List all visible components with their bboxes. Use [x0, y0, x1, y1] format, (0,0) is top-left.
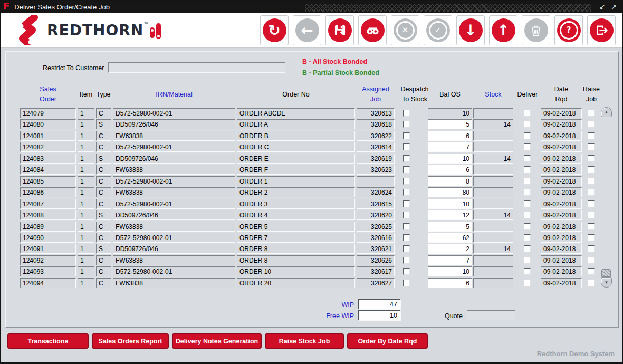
raise-job-checkbox[interactable]: [588, 257, 595, 264]
cell-bal-os[interactable]: 5: [428, 119, 472, 129]
scroll-up-button[interactable]: ▲: [601, 107, 612, 117]
cell-type: S: [96, 210, 111, 220]
cell-stock: [473, 131, 513, 141]
despatch-to-stock-checkbox[interactable]: [403, 280, 410, 286]
transactions-button[interactable]: Transactions: [7, 333, 89, 349]
deliver-checkbox[interactable]: [524, 155, 531, 162]
cell-item: 1: [78, 210, 94, 220]
despatch-to-stock-checkbox[interactable]: [403, 257, 410, 264]
raise-job-checkbox[interactable]: [588, 143, 595, 150]
cell-bal-os[interactable]: 62: [428, 233, 472, 243]
cell-bal-os[interactable]: 8: [428, 176, 472, 186]
legend-partial-bonded: B - Partial Stock Bonded: [302, 69, 379, 76]
deliver-checkbox[interactable]: [524, 121, 531, 128]
raise-job-checkbox[interactable]: [588, 110, 595, 117]
deliver-checkbox[interactable]: [524, 280, 531, 286]
deliver-checkbox[interactable]: [524, 212, 531, 218]
despatch-to-stock-checkbox[interactable]: [403, 121, 410, 128]
sales-orders-report-button[interactable]: Sales Orders Report: [92, 333, 169, 349]
toolbar-buttons: ↻←✕✓↓↑?: [260, 15, 616, 45]
despatch-to-stock-checkbox[interactable]: [403, 234, 410, 241]
cell-assigned-job: 320613: [357, 108, 395, 118]
cell-bal-os[interactable]: 80: [428, 187, 472, 197]
restore-down-icon[interactable]: ↙: [599, 3, 606, 11]
header-irn[interactable]: IRN/Material: [113, 83, 235, 106]
cell-bal-os[interactable]: 6: [428, 131, 472, 141]
despatch-to-stock-checkbox[interactable]: [403, 155, 410, 162]
cell-bal-os[interactable]: 12: [428, 210, 472, 220]
raise-job-checkbox[interactable]: [588, 280, 595, 286]
cell-date-rqd: 09-02-2018: [541, 187, 582, 197]
cell-bal-os[interactable]: 7: [428, 142, 472, 152]
despatch-to-stock-checkbox[interactable]: [403, 143, 410, 150]
raise-job-checkbox[interactable]: [588, 212, 595, 218]
deliver-checkbox[interactable]: [524, 189, 531, 196]
raise-job-checkbox[interactable]: [588, 234, 595, 241]
despatch-to-stock-checkbox[interactable]: [403, 132, 410, 139]
raise-job-checkbox[interactable]: [588, 155, 595, 162]
deliver-checkbox[interactable]: [524, 257, 531, 264]
raise-job-checkbox[interactable]: [588, 200, 595, 207]
despatch-to-stock-checkbox[interactable]: [403, 110, 410, 117]
cell-assigned-job: [357, 176, 395, 186]
help-button[interactable]: ?: [554, 15, 583, 45]
despatch-to-stock-checkbox[interactable]: [403, 166, 410, 173]
deliver-checkbox[interactable]: [524, 223, 531, 230]
cell-item: 1: [78, 165, 94, 175]
despatch-to-stock-checkbox[interactable]: [403, 268, 410, 275]
cell-bal-os[interactable]: 10: [428, 266, 472, 276]
raise-stock-job-button[interactable]: Raise Stock Job: [265, 333, 344, 349]
despatch-to-stock-checkbox[interactable]: [403, 200, 410, 207]
cell-stock: [473, 142, 513, 152]
raise-job-checkbox[interactable]: [588, 166, 595, 173]
move-down-button[interactable]: ↓: [456, 15, 485, 45]
exit-button[interactable]: [587, 15, 616, 45]
header-stock[interactable]: Stock: [473, 83, 513, 106]
cell-bal-os[interactable]: 2: [428, 244, 472, 254]
raise-job-checkbox[interactable]: [588, 268, 595, 275]
raise-job-checkbox[interactable]: [588, 245, 595, 252]
despatch-to-stock-checkbox[interactable]: [403, 212, 410, 218]
despatch-to-stock-checkbox[interactable]: [403, 245, 410, 252]
deliver-checkbox[interactable]: [524, 268, 531, 275]
cell-bal-os[interactable]: 10: [428, 154, 472, 164]
deliver-checkbox[interactable]: [524, 132, 531, 139]
cell-sales-order: 124091: [20, 244, 76, 254]
raise-job-checkbox[interactable]: [588, 189, 595, 196]
help-icon: ?: [557, 18, 581, 42]
cell-bal-os[interactable]: 7: [428, 255, 472, 265]
deliver-checkbox[interactable]: [524, 166, 531, 173]
cell-bal-os[interactable]: 5: [428, 222, 472, 232]
cell-bal-os[interactable]: 6: [428, 165, 472, 175]
header-sales-order[interactable]: Sales Order: [20, 83, 76, 106]
scroll-down-button[interactable]: ▼: [601, 277, 612, 288]
deliver-checkbox[interactable]: [524, 234, 531, 241]
maximize-icon[interactable]: ↗: [610, 3, 617, 11]
deliver-checkbox[interactable]: [524, 178, 531, 185]
deliver-checkbox[interactable]: [524, 110, 531, 117]
despatch-to-stock-checkbox[interactable]: [403, 189, 410, 196]
restrict-to-customer-input[interactable]: [108, 62, 285, 73]
raise-job-checkbox[interactable]: [588, 178, 595, 185]
cell-date-rqd: 09-02-2018: [541, 233, 582, 243]
header-assigned-job[interactable]: Assigned Job: [357, 83, 395, 106]
delivery-notes-generation-button[interactable]: Delivery Notes Generation: [172, 333, 262, 349]
raise-job-checkbox[interactable]: [588, 223, 595, 230]
deliver-checkbox[interactable]: [524, 143, 531, 150]
raise-job-checkbox[interactable]: [588, 121, 595, 128]
order-by-date-rqd-button[interactable]: Order By Date Rqd: [347, 333, 428, 349]
despatch-to-stock-checkbox[interactable]: [403, 178, 410, 185]
raise-job-checkbox[interactable]: [588, 132, 595, 139]
move-up-button[interactable]: ↑: [489, 15, 517, 45]
cell-bal-os[interactable]: 10: [428, 199, 472, 209]
cell-type: S: [96, 244, 111, 254]
save-button[interactable]: [325, 15, 354, 45]
despatch-to-stock-checkbox[interactable]: [403, 223, 410, 230]
deliver-checkbox[interactable]: [524, 200, 531, 207]
deliver-checkbox[interactable]: [524, 245, 531, 252]
scroll-grip[interactable]: [601, 269, 611, 277]
cell-bal-os[interactable]: 6: [428, 278, 472, 288]
refresh-button[interactable]: ↻: [260, 15, 289, 45]
quote-input[interactable]: [467, 310, 515, 320]
find-button[interactable]: [358, 15, 387, 45]
